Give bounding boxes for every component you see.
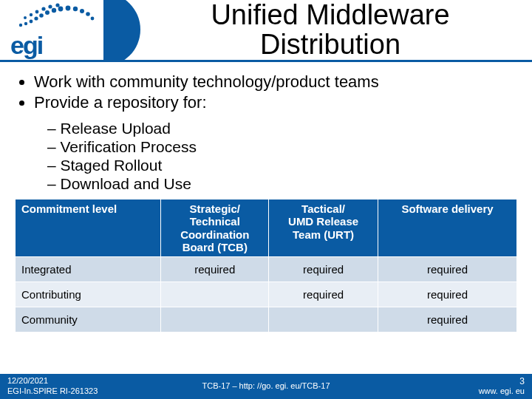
dash-3: Staged Rollout	[47, 157, 517, 174]
slide-header: egi Unified Middleware Distribution	[0, 0, 532, 62]
logo-dots-icon	[16, 3, 98, 30]
cell-tcb	[161, 307, 269, 332]
svg-point-14	[35, 10, 39, 14]
cell-tcb: required	[161, 257, 269, 282]
col-commitment: Commitment level	[16, 200, 161, 257]
table-header-row: Commitment level Strategic/TechnicalCoor…	[16, 200, 517, 257]
col-sd: Software delivery	[378, 200, 517, 257]
title-line-1: Unified Middleware	[211, 0, 449, 30]
svg-point-17	[55, 3, 59, 7]
col-tcb: Strategic/TechnicalCoordinationBoard (TC…	[161, 200, 269, 257]
footer-mid: TCB-17 – http: //go. egi. eu/TCB-17	[0, 381, 532, 390]
cell-urt: required	[269, 282, 378, 307]
col-urt: Tactical/UMD ReleaseTeam (URT)	[269, 200, 378, 257]
slide-title: Unified Middleware Distribution	[133, 0, 528, 59]
main-bullets: Work with community technology/product t…	[34, 72, 517, 112]
cell-sd: required	[378, 307, 517, 332]
footer-site: www. egi. eu	[479, 386, 525, 395]
sub-bullets: Release Upload Verification Process Stag…	[47, 120, 517, 193]
cell-urt	[269, 307, 378, 332]
svg-point-11	[86, 12, 90, 16]
title-line-2: Distribution	[260, 29, 400, 60]
svg-point-1	[24, 22, 27, 25]
svg-point-2	[30, 20, 33, 24]
table-row: Integrated required required required	[16, 257, 517, 282]
svg-point-3	[34, 16, 38, 20]
cell-urt: required	[269, 257, 378, 282]
svg-point-9	[73, 7, 78, 11]
svg-point-7	[58, 7, 64, 12]
table-row: Community required	[16, 307, 517, 332]
cell-level: Community	[16, 307, 161, 332]
bullet-2: Provide a repository for:	[34, 93, 517, 112]
svg-point-13	[30, 13, 33, 16]
dash-2: Verification Process	[47, 138, 517, 156]
cell-level: Contributing	[16, 282, 161, 307]
dash-4: Download and Use	[47, 175, 517, 193]
commitment-table: Commitment level Strategic/TechnicalCoor…	[15, 199, 517, 332]
svg-point-0	[19, 24, 22, 27]
cell-level: Integrated	[16, 257, 161, 282]
svg-point-16	[48, 4, 52, 8]
slide-footer: 12/20/2021 EGI-In.SPIRE RI-261323 TCB-17…	[0, 374, 532, 399]
svg-point-10	[80, 9, 84, 13]
footer-page-num: 3	[519, 376, 525, 386]
cell-sd: required	[378, 282, 517, 307]
cell-sd: required	[378, 257, 517, 282]
logo-text: egi	[10, 31, 42, 60]
bullet-1: Work with community technology/product t…	[34, 72, 517, 92]
dash-1: Release Upload	[47, 120, 517, 137]
svg-point-15	[41, 7, 45, 10]
svg-point-4	[39, 13, 44, 18]
egi-logo: egi	[0, 0, 118, 62]
svg-point-5	[45, 10, 50, 15]
slide-body: Work with community technology/product t…	[0, 62, 532, 193]
svg-point-8	[66, 6, 71, 11]
svg-point-6	[52, 8, 56, 13]
svg-point-18	[91, 17, 95, 21]
svg-point-12	[24, 16, 27, 19]
table-row: Contributing required required	[16, 282, 517, 307]
cell-tcb	[161, 282, 269, 307]
